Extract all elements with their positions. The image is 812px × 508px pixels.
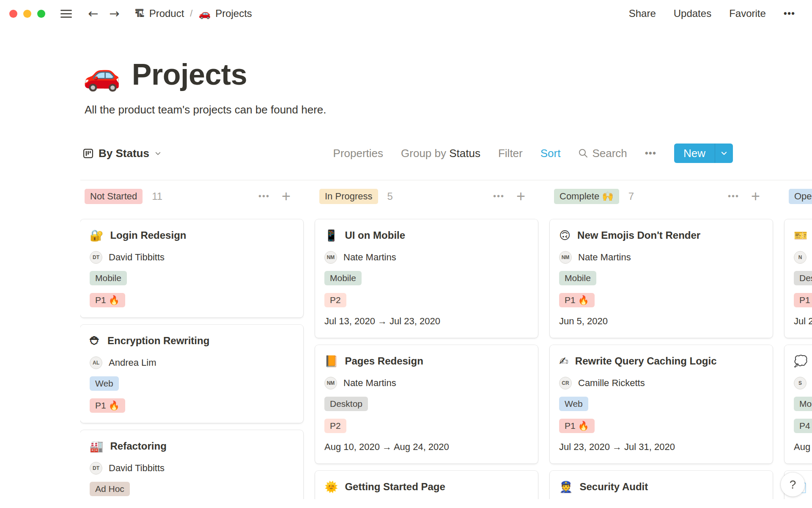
card-title: Security Audit bbox=[579, 481, 648, 493]
search-button[interactable]: Search bbox=[578, 147, 627, 160]
card-tag-row: Mobile bbox=[90, 271, 294, 286]
card-tag-row: Desktop bbox=[324, 397, 529, 412]
tag: P1 🔥 bbox=[559, 293, 595, 307]
assignee-name: Camille Ricketts bbox=[578, 378, 645, 389]
tag: P2 bbox=[324, 293, 346, 307]
card-title-row: 💭C bbox=[794, 354, 812, 368]
card-title-row: 🏭Refactoring bbox=[90, 439, 294, 453]
tag: P2 bbox=[324, 419, 346, 433]
window-titlebar: ← → 🏗 Product / 🚗 Projects Share Updates… bbox=[0, 0, 812, 27]
card-title-row: 📙Pages Redesign bbox=[324, 354, 529, 368]
close-button[interactable] bbox=[9, 10, 17, 18]
tag: P1 🔥 bbox=[794, 293, 812, 307]
card-emoji-icon: 📙 bbox=[324, 355, 338, 368]
kanban-board: Not Started11•••+🔐Login RedesignDTDavid … bbox=[80, 180, 812, 499]
project-card[interactable]: 🏭RefactoringDTDavid TibbittsAd HocP1 🔥 bbox=[80, 430, 303, 499]
column-header: In Progress5•••+ bbox=[315, 188, 538, 205]
filter-button[interactable]: Filter bbox=[498, 147, 523, 160]
card-assignee-row: NMNate Martins bbox=[559, 251, 763, 264]
project-card[interactable]: ✍Rewrite Query Caching LogicCRCamille Ri… bbox=[550, 345, 773, 464]
column-title-tag[interactable]: Open bbox=[789, 189, 812, 204]
column-more-icon[interactable]: ••• bbox=[258, 191, 270, 201]
tag: Mobile bbox=[559, 271, 596, 285]
page-emoji-car-icon[interactable]: 🚗 bbox=[83, 59, 121, 90]
card-title-row: 🎫P bbox=[794, 229, 812, 242]
column-more-icon[interactable]: ••• bbox=[493, 191, 505, 201]
card-title-row: 🔐Login Redesign bbox=[90, 229, 294, 242]
card-tag-row: Web bbox=[559, 397, 763, 412]
card-title-row: 📱UI on Mobile bbox=[324, 229, 529, 242]
assignee-name: David Tibbitts bbox=[109, 463, 165, 474]
help-button[interactable]: ? bbox=[781, 472, 805, 497]
project-card[interactable]: 🌞Getting Started PageDTDavid Tibbitts bbox=[315, 471, 538, 499]
tag: P1 🔥 bbox=[559, 419, 595, 433]
card-assignee-row: NMNate Martins bbox=[324, 376, 529, 390]
page-header: 🚗 Projects bbox=[83, 53, 812, 96]
card-tag-row: P1 🔥 bbox=[90, 293, 294, 308]
toolbar-more-icon[interactable]: ••• bbox=[645, 148, 656, 159]
project-card[interactable]: 💭CSSMobileP4Aug 3 bbox=[785, 345, 812, 464]
topbar-actions: Share Updates Favorite ••• bbox=[629, 8, 795, 19]
page-description[interactable]: All the product team's projects can be f… bbox=[85, 103, 812, 116]
tag: Ad Hoc bbox=[90, 482, 130, 496]
column-add-icon[interactable]: + bbox=[516, 190, 525, 203]
card-title-row: 🌞Getting Started Page bbox=[324, 480, 529, 494]
sidebar-toggle-icon[interactable] bbox=[60, 10, 72, 18]
new-dropdown-chevron-icon[interactable] bbox=[715, 144, 733, 163]
card-tag-row: P4 bbox=[794, 419, 812, 434]
card-tag-row: P2 bbox=[324, 419, 529, 434]
favorite-button[interactable]: Favorite bbox=[729, 8, 766, 19]
column-header: Open•••+ bbox=[785, 188, 812, 205]
tag: Mobile bbox=[90, 271, 127, 285]
assignee-name: David Tibbitts bbox=[109, 252, 165, 263]
breadcrumb-item-projects[interactable]: 🚗 Projects bbox=[198, 8, 252, 19]
tag: Desktop bbox=[794, 271, 812, 285]
page-title[interactable]: Projects bbox=[132, 53, 247, 96]
zoom-button[interactable] bbox=[37, 10, 45, 18]
project-card[interactable]: 🔐Login RedesignDTDavid TibbittsMobileP1 … bbox=[80, 219, 303, 318]
forward-arrow-icon[interactable]: → bbox=[109, 8, 119, 20]
project-card[interactable]: 🙃New Emojis Don't RenderNMNate MartinsMo… bbox=[550, 219, 773, 338]
project-card[interactable]: 📱UI on MobileNMNate MartinsMobileP2Jul 1… bbox=[315, 219, 538, 338]
view-switcher[interactable]: By Status bbox=[83, 147, 162, 160]
project-card[interactable]: 👮Security AuditCRCamille Ricketts bbox=[550, 471, 773, 499]
assignee-name: Nate Martins bbox=[343, 378, 396, 389]
group-by-value: Status bbox=[449, 147, 480, 160]
minimize-button[interactable] bbox=[23, 10, 31, 18]
project-card[interactable]: ⛑Encryption RewritingALAndrea LimWebP1 🔥 bbox=[80, 325, 303, 423]
avatar: NM bbox=[324, 251, 337, 264]
column-title-tag[interactable]: In Progress bbox=[319, 189, 378, 204]
card-title: Refactoring bbox=[110, 440, 166, 452]
more-options-icon[interactable]: ••• bbox=[784, 8, 795, 19]
column-title-tag[interactable]: Complete 🙌 bbox=[554, 189, 619, 204]
tag: P1 🔥 bbox=[90, 293, 125, 307]
updates-button[interactable]: Updates bbox=[674, 8, 711, 19]
share-button[interactable]: Share bbox=[629, 8, 656, 19]
column-add-icon[interactable]: + bbox=[751, 190, 760, 203]
column-title-tag[interactable]: Not Started bbox=[85, 189, 143, 204]
breadcrumb-item-product[interactable]: 🏗 Product bbox=[135, 8, 184, 19]
back-arrow-icon[interactable]: ← bbox=[88, 8, 98, 20]
group-by-button[interactable]: Group by Status bbox=[401, 147, 480, 160]
card-emoji-icon: 🙃 bbox=[559, 229, 571, 242]
tag: Web bbox=[90, 376, 119, 391]
new-button[interactable]: New bbox=[674, 144, 733, 163]
card-date: Aug 3 bbox=[794, 442, 812, 454]
properties-button[interactable]: Properties bbox=[333, 147, 384, 160]
card-title: UI on Mobile bbox=[345, 229, 405, 241]
column-more-icon[interactable]: ••• bbox=[728, 191, 739, 201]
card-title-row: 🙃New Emojis Don't Render bbox=[559, 229, 763, 242]
column-header-icons: •••+ bbox=[493, 190, 525, 203]
board-column-open: Open•••+🎫PNNDesktopP1 🔥Jul 2💭CSSMobileP4… bbox=[785, 188, 812, 499]
project-card[interactable]: 🎫PNNDesktopP1 🔥Jul 2 bbox=[785, 219, 812, 338]
card-assignee-row: DTDavid Tibbitts bbox=[90, 461, 294, 475]
project-card[interactable]: 📙Pages RedesignNMNate MartinsDesktopP2Au… bbox=[315, 345, 538, 464]
breadcrumb-label: Projects bbox=[215, 8, 252, 19]
board-view-icon bbox=[83, 148, 93, 159]
assignee-name: Andrea Lim bbox=[109, 357, 156, 368]
column-add-icon[interactable]: + bbox=[282, 190, 291, 203]
breadcrumb-label: Product bbox=[149, 8, 184, 19]
column-count: 7 bbox=[628, 190, 634, 202]
sort-button[interactable]: Sort bbox=[540, 147, 561, 160]
breadcrumb-separator: / bbox=[190, 8, 192, 19]
